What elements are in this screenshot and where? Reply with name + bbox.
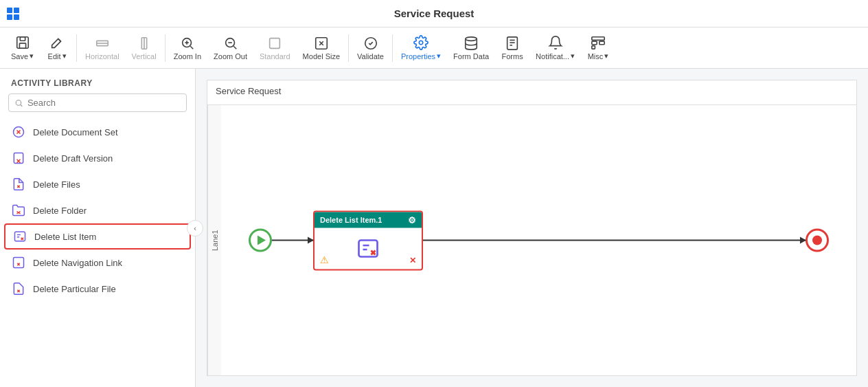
- app-grid-icon[interactable]: [7, 8, 19, 20]
- sidebar-title: ACTIVITY LIBRARY: [0, 69, 195, 93]
- svg-rect-32: [14, 153, 23, 164]
- sidebar-item-delete-files[interactable]: Delete Files: [0, 171, 195, 197]
- horizontal-button[interactable]: Horizontal: [80, 33, 125, 63]
- svg-rect-0: [16, 37, 28, 49]
- sidebar-item-delete-draft-version[interactable]: Delete Draft Version: [0, 145, 195, 171]
- start-event[interactable]: [249, 229, 272, 252]
- zoom-in-button[interactable]: Zoom In: [168, 33, 207, 63]
- delete-list-item-icon: [12, 229, 27, 244]
- form-data-button[interactable]: Form Data: [448, 33, 494, 63]
- task-node-header: Delete List Item.1 ⚙: [315, 212, 422, 228]
- toolbar: Save▾ Edit▾ Horizontal Vertical Zoom In: [0, 27, 868, 69]
- sidebar-collapse-button[interactable]: ‹: [187, 220, 203, 236]
- sidebar-item-delete-list-item[interactable]: Delete List Item: [4, 223, 191, 250]
- sidebar-list: Delete Document Set Delete Draft Version: [0, 119, 195, 387]
- main-layout: ACTIVITY LIBRARY Delete Document Set: [0, 69, 868, 387]
- validate-button[interactable]: Validate: [352, 33, 389, 63]
- svg-rect-1: [20, 37, 25, 41]
- notification-button[interactable]: Notificat...▾: [530, 32, 580, 63]
- save-button[interactable]: Save▾: [5, 32, 39, 63]
- svg-point-17: [419, 41, 423, 45]
- delete-document-set-icon: [11, 124, 26, 140]
- arrow-to-task: [272, 240, 313, 241]
- delete-particular-file-icon: [11, 281, 26, 296]
- search-input[interactable]: [27, 98, 181, 108]
- task-node-delete-icon: ✕: [409, 255, 416, 265]
- task-node-title: Delete List Item.1: [320, 216, 382, 224]
- sidebar-item-delete-particular-file[interactable]: Delete Particular File: [0, 276, 195, 302]
- separator-4: [392, 34, 393, 62]
- svg-rect-26: [592, 46, 595, 49]
- end-event[interactable]: [806, 229, 829, 252]
- svg-line-28: [21, 104, 22, 106]
- edit-button[interactable]: Edit▾: [41, 32, 73, 63]
- svg-rect-19: [507, 36, 518, 49]
- properties-button[interactable]: Properties▾: [396, 32, 446, 63]
- task-node-body: ⚠ ✕: [315, 228, 422, 269]
- delete-navigation-link-icon: [11, 255, 26, 270]
- separator-3: [348, 34, 349, 62]
- standard-button[interactable]: Standard: [254, 33, 296, 63]
- svg-point-18: [466, 36, 477, 41]
- svg-rect-14: [270, 38, 280, 48]
- separator-1: [76, 34, 77, 62]
- search-icon: [14, 98, 23, 108]
- svg-line-8: [190, 46, 193, 49]
- delete-folder-icon: [11, 203, 26, 218]
- canvas-label: Service Request: [216, 86, 281, 96]
- sidebar-item-delete-document-set[interactable]: Delete Document Set: [0, 119, 195, 145]
- delete-files-icon: [11, 177, 26, 192]
- lane: Lane1 Delete List Item.1 ⚙: [207, 104, 856, 375]
- lane-content: Delete List Item.1 ⚙ ⚠ ✕: [221, 105, 856, 375]
- top-bar: Service Request: [0, 0, 868, 27]
- svg-rect-24: [592, 41, 597, 45]
- sidebar-item-delete-navigation-link[interactable]: Delete Navigation Link: [0, 250, 195, 276]
- svg-point-27: [16, 100, 21, 105]
- task-node[interactable]: Delete List Item.1 ⚙ ⚠ ✕: [313, 210, 423, 270]
- search-box[interactable]: [8, 93, 187, 112]
- misc-button[interactable]: Misc▾: [582, 32, 615, 63]
- separator-2: [165, 34, 165, 62]
- svg-rect-2: [19, 43, 25, 48]
- forms-button[interactable]: Forms: [496, 33, 529, 63]
- delete-draft-version-icon: [11, 151, 26, 166]
- vertical-button[interactable]: Vertical: [126, 33, 162, 63]
- svg-rect-25: [599, 41, 604, 45]
- model-size-button[interactable]: Model Size: [297, 33, 345, 63]
- task-node-gear-icon[interactable]: ⚙: [408, 214, 416, 225]
- svg-rect-44: [14, 258, 24, 268]
- task-node-list-icon: [354, 234, 382, 262]
- task-node-warning-icon: ⚠: [320, 254, 329, 265]
- canvas-area: Service Request Lane1 Delete List Item.1: [196, 69, 868, 387]
- page-title: Service Request: [394, 8, 475, 19]
- flow-container: Delete List Item.1 ⚙ ⚠ ✕: [221, 210, 856, 270]
- arrow-from-task: [423, 240, 806, 241]
- canvas-inner: Service Request Lane1 Delete List Item.1: [207, 80, 857, 376]
- lane-label: Lane1: [207, 105, 221, 375]
- svg-rect-23: [592, 37, 604, 41]
- svg-line-12: [233, 46, 236, 49]
- activity-library-sidebar: ACTIVITY LIBRARY Delete Document Set: [0, 69, 196, 387]
- zoom-out-button[interactable]: Zoom Out: [208, 33, 253, 63]
- sidebar-item-delete-folder[interactable]: Delete Folder: [0, 197, 195, 223]
